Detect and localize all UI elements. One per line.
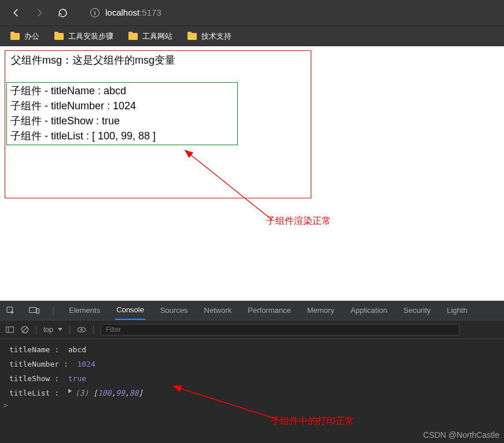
- tab-sources[interactable]: Sources: [159, 301, 189, 320]
- separator: [36, 325, 36, 334]
- chevron-down-icon: [58, 328, 62, 331]
- browser-nav-bar: i localhost:5173: [0, 0, 504, 25]
- console-label: titleNumber :: [9, 360, 77, 368]
- console-row[interactable]: titleShow : true: [0, 371, 504, 386]
- tab-security[interactable]: Security: [402, 301, 432, 320]
- svg-rect-5: [6, 327, 13, 333]
- bookmark-label: 技术支持: [201, 31, 231, 42]
- array-value: 99: [116, 389, 125, 397]
- tab-application[interactable]: Application: [350, 301, 389, 320]
- forward-button[interactable]: [34, 7, 45, 19]
- child-line: 子组件 - titleNumber : 1024: [10, 98, 234, 113]
- svg-rect-3: [30, 307, 36, 312]
- array-value: 100: [98, 389, 111, 397]
- console-label: titleList :: [9, 389, 68, 397]
- folder-icon: [187, 33, 197, 40]
- console-value: 1024: [77, 360, 95, 368]
- tab-performance[interactable]: Performance: [247, 301, 292, 320]
- console-row[interactable]: titleList : (3) [ 100 , 99 , 88 ]: [0, 386, 504, 400]
- device-toggle-icon[interactable]: [29, 307, 39, 315]
- devtools-panel: Elements Console Sources Network Perform…: [0, 301, 504, 443]
- parent-component-box: 父组件msg：这是父组件的msg变量 子组件 - titleName : abc…: [5, 50, 311, 198]
- folder-icon: [54, 33, 64, 40]
- separator: [53, 306, 54, 315]
- site-info-icon[interactable]: i: [90, 8, 100, 17]
- clear-console-icon[interactable]: [21, 326, 29, 334]
- array-close: ]: [138, 389, 143, 397]
- annotation-text: 子组件中的打印正常: [271, 415, 354, 427]
- inspect-element-icon[interactable]: [6, 306, 15, 315]
- console-prompt[interactable]: >: [0, 400, 504, 411]
- svg-point-9: [77, 327, 85, 332]
- console-label: titleShow :: [9, 374, 68, 383]
- bookmark-item[interactable]: 工具网站: [128, 31, 172, 42]
- tab-console[interactable]: Console: [115, 301, 145, 320]
- console-row[interactable]: titleNumber : 1024: [0, 357, 504, 371]
- child-line: 子组件 - titleShow : true: [10, 113, 234, 128]
- separator: [93, 325, 94, 334]
- address-bar[interactable]: i localhost:5173: [90, 8, 161, 18]
- array-open: [: [89, 389, 98, 397]
- page-content: 父组件msg：这是父组件的msg变量 子组件 - titleName : abc…: [0, 46, 504, 301]
- context-selector[interactable]: top: [43, 326, 62, 334]
- bookmark-bar: 办公 工具安装步骤 工具网站 技术支持: [0, 25, 504, 46]
- annotation-text: 子组件渲染正常: [266, 215, 331, 227]
- console-label: titleName :: [9, 345, 68, 354]
- toggle-sidebar-icon[interactable]: [6, 326, 14, 333]
- live-expression-icon[interactable]: [77, 326, 86, 333]
- child-line: 子组件 - titleList : [ 100, 99, 88 ]: [10, 128, 234, 143]
- svg-line-8: [23, 327, 27, 332]
- url-port: :5173: [139, 8, 161, 17]
- bookmark-label: 办公: [24, 31, 39, 42]
- devtools-tabs: Elements Console Sources Network Perform…: [0, 301, 504, 320]
- bookmark-item[interactable]: 工具安装步骤: [54, 31, 113, 42]
- array-count: (3): [75, 389, 89, 397]
- tab-network[interactable]: Network: [203, 301, 233, 320]
- tab-lighthouse[interactable]: Lighth: [446, 301, 468, 320]
- filter-input[interactable]: [101, 324, 459, 335]
- console-row[interactable]: titleName : abcd: [0, 342, 504, 357]
- bookmark-item[interactable]: 办公: [10, 31, 39, 42]
- watermark: CSDN @NorthCastle: [423, 430, 499, 440]
- bookmark-item[interactable]: 技术支持: [187, 31, 231, 42]
- console-output: titleName : abcd titleNumber : 1024 titl…: [0, 339, 504, 416]
- expand-icon[interactable]: [68, 389, 72, 393]
- url-host: localhost: [105, 8, 139, 17]
- console-value: true: [68, 374, 86, 383]
- svg-point-10: [80, 328, 82, 330]
- svg-rect-4: [36, 308, 39, 313]
- separator: [69, 325, 70, 334]
- folder-icon: [10, 33, 20, 40]
- array-value: 88: [130, 389, 139, 397]
- reload-button[interactable]: [57, 7, 68, 19]
- bookmark-label: 工具网站: [142, 31, 172, 42]
- back-button[interactable]: [10, 7, 22, 19]
- parent-msg-line: 父组件msg：这是父组件的msg变量: [5, 51, 311, 69]
- folder-icon: [128, 33, 138, 40]
- tab-elements[interactable]: Elements: [68, 301, 101, 320]
- child-line: 子组件 - titleName : abcd: [10, 83, 234, 98]
- bookmark-label: 工具安装步骤: [68, 31, 113, 42]
- tab-memory[interactable]: Memory: [306, 301, 336, 320]
- child-component-box: 子组件 - titleName : abcd 子组件 - titleNumber…: [6, 82, 238, 145]
- console-toolbar: top: [0, 320, 504, 339]
- console-value: abcd: [68, 345, 86, 354]
